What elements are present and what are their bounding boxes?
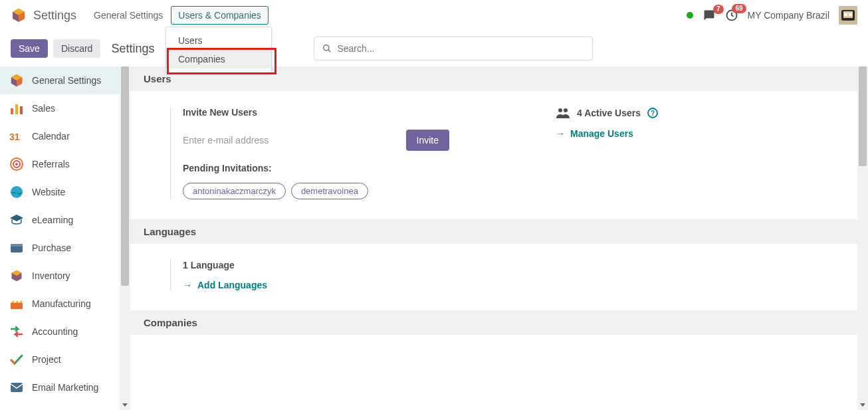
sidebar-item-label: General Settings <box>32 75 101 86</box>
company-switcher[interactable]: MY Company Brazil <box>748 10 829 21</box>
sidebar-item-employees[interactable]: Employees <box>0 401 120 410</box>
messages-icon[interactable]: 7 <box>703 9 716 21</box>
help-icon[interactable]: ? <box>647 108 658 118</box>
envelope-icon <box>9 380 24 395</box>
svg-point-20 <box>15 163 18 165</box>
sidebar-item-label: Email Marketing <box>32 382 98 393</box>
breadcrumb-title: Settings <box>111 42 154 56</box>
svg-rect-14 <box>11 108 13 114</box>
sidebar-item-label: Purchase <box>32 243 71 253</box>
sidebar-item-manufacturing[interactable]: Manufacturing <box>0 290 120 318</box>
content-scrollbar-thumb[interactable] <box>859 66 867 166</box>
svg-point-35 <box>558 108 562 112</box>
content-scroll: Users Invite New Users Invite Pending In… <box>130 66 868 410</box>
manage-users-link[interactable]: → Manage Users <box>556 128 755 139</box>
svg-text:?: ? <box>651 110 655 117</box>
sidebar-scrollbar-thumb[interactable] <box>121 66 129 286</box>
svg-marker-28 <box>11 300 14 303</box>
svg-marker-30 <box>19 300 22 303</box>
search-input[interactable] <box>337 37 584 60</box>
sidebar-item-general-settings[interactable]: General Settings <box>0 66 120 94</box>
add-languages-label: Add Languages <box>197 280 267 290</box>
app-brand[interactable]: Settings <box>33 9 76 23</box>
svg-marker-29 <box>15 300 18 303</box>
search-bar[interactable] <box>314 37 593 60</box>
sidebar-item-label: Project <box>32 354 61 365</box>
sidebar-item-email-marketing[interactable]: Email Marketing <box>0 373 120 401</box>
dropdown-users[interactable]: Users <box>166 31 271 50</box>
pending-pill[interactable]: demetravoinea <box>291 183 368 199</box>
invite-title: Invite New Users <box>183 107 449 118</box>
sidebar-item-sales[interactable]: Sales <box>0 94 120 122</box>
sidebar-item-purchase[interactable]: Purchase <box>0 234 120 262</box>
dropdown-companies[interactable]: Companies <box>166 50 271 68</box>
content-scrollbar[interactable] <box>857 66 868 410</box>
svg-marker-39 <box>860 403 865 407</box>
nav-general-settings[interactable]: General Settings <box>87 7 169 24</box>
svg-point-21 <box>11 186 23 198</box>
section-body-languages: 1 Language → Add Languages <box>130 244 857 310</box>
sidebar-item-label: Sales <box>32 103 55 114</box>
activities-icon[interactable]: 69 <box>725 9 738 22</box>
search-icon <box>322 44 332 53</box>
app-logo[interactable] <box>11 7 27 23</box>
invite-button[interactable]: Invite <box>406 130 449 151</box>
sidebar-item-label: Calendar <box>32 131 70 142</box>
scroll-down-icon[interactable] <box>120 399 130 410</box>
sidebar-container: General Settings Sales 31 Calendar Refer… <box>0 66 130 410</box>
active-users-block: 4 Active Users ? → Manage Users <box>556 107 755 199</box>
svg-rect-31 <box>11 383 23 392</box>
main-area: General Settings Sales 31 Calendar Refer… <box>0 66 868 410</box>
svg-text:31: 31 <box>9 132 20 142</box>
discard-button[interactable]: Discard <box>53 39 100 58</box>
sidebar-item-inventory[interactable]: Inventory <box>0 262 120 290</box>
sidebar-scrollbar[interactable] <box>120 66 130 410</box>
svg-rect-15 <box>15 104 18 114</box>
wallet-icon <box>9 241 24 255</box>
section-header-languages: Languages <box>130 219 857 244</box>
svg-rect-16 <box>20 106 23 114</box>
nav-users-companies[interactable]: Users & Companies <box>171 6 269 25</box>
arrow-right-icon: → <box>556 128 565 139</box>
sidebar-item-elearning[interactable]: eLearning <box>0 206 120 234</box>
sidebar-item-calendar[interactable]: 31 Calendar <box>0 122 120 150</box>
top-right: 7 69 MY Company Brazil <box>687 6 857 25</box>
pending-pill[interactable]: antoninakaczmarczyk <box>183 183 286 199</box>
save-button[interactable]: Save <box>11 39 48 58</box>
sidebar-item-label: Inventory <box>32 270 70 281</box>
active-users-count: 4 Active Users <box>577 108 641 118</box>
arrow-right-icon: → <box>183 280 192 290</box>
sidebar-item-website[interactable]: Website <box>0 178 120 206</box>
users-companies-dropdown: Users Companies <box>165 27 272 73</box>
arrows-icon <box>9 324 24 339</box>
pending-title: Pending Invitations: <box>183 163 449 173</box>
sidebar-item-label: Manufacturing <box>32 298 91 309</box>
invite-email-input[interactable] <box>183 131 399 150</box>
bar-chart-icon <box>9 101 24 116</box>
calendar-icon: 31 <box>9 129 24 144</box>
svg-point-9 <box>324 45 329 51</box>
scroll-down-icon[interactable] <box>857 399 868 410</box>
add-languages-link[interactable]: → Add Languages <box>183 280 449 290</box>
svg-rect-27 <box>11 303 23 309</box>
invite-block: Invite New Users Invite Pending Invitati… <box>170 107 449 199</box>
section-header-companies: Companies <box>130 310 857 335</box>
box-hex-icon <box>9 268 24 283</box>
gear-hex-icon <box>9 73 24 88</box>
sidebar-item-label: Referrals <box>32 159 70 169</box>
status-indicator[interactable] <box>687 12 693 19</box>
sidebar-item-referrals[interactable]: Referrals <box>0 150 120 178</box>
svg-rect-7 <box>844 13 847 16</box>
svg-line-10 <box>328 50 331 52</box>
sidebar-item-project[interactable]: Project <box>0 346 120 373</box>
svg-rect-8 <box>849 13 852 16</box>
sidebar-item-label: Website <box>32 187 65 197</box>
svg-marker-34 <box>122 403 128 407</box>
activities-badge: 69 <box>732 4 746 13</box>
user-avatar[interactable] <box>839 6 857 25</box>
sidebar-item-accounting[interactable]: Accounting <box>0 318 120 346</box>
graduation-cap-icon <box>9 213 24 227</box>
language-count: 1 Language <box>183 260 449 270</box>
sidebar: General Settings Sales 31 Calendar Refer… <box>0 66 120 410</box>
check-icon <box>9 352 24 367</box>
